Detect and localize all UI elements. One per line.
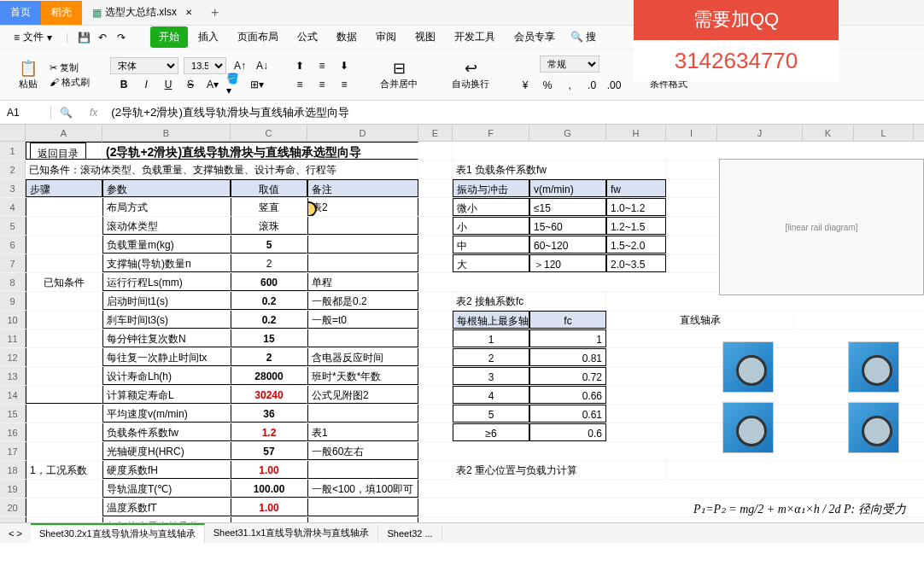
row-header[interactable]: 6 bbox=[0, 236, 26, 254]
hdr-step[interactable]: 步骤 bbox=[26, 179, 102, 197]
note-cell[interactable]: 一般都是0.2 bbox=[307, 292, 418, 310]
align-center-icon[interactable]: ≡ bbox=[313, 76, 330, 93]
t2-cell[interactable]: 3 bbox=[453, 367, 529, 385]
redo-icon[interactable]: ↷ bbox=[113, 29, 130, 46]
row-header[interactable]: 20 bbox=[0, 498, 26, 516]
t1-cell[interactable]: ＞120 bbox=[529, 254, 606, 272]
value-cell[interactable]: 1.00 bbox=[231, 461, 307, 479]
col-header[interactable]: H bbox=[606, 125, 666, 141]
col-header[interactable]: D bbox=[307, 125, 418, 141]
tab-file[interactable]: 选型大总结.xlsx✕ bbox=[82, 1, 202, 25]
known-cond-cell[interactable]: 已知条件：滚动体类型、负载重量、支撑轴数量、设计寿命、行程等 bbox=[26, 160, 418, 178]
row-header[interactable]: 16 bbox=[0, 423, 26, 441]
row-header[interactable]: 7 bbox=[0, 254, 26, 272]
param-cell[interactable]: 启动时间t1(s) bbox=[102, 292, 231, 310]
note-cell[interactable] bbox=[307, 236, 418, 254]
t2-cell[interactable]: 0.61 bbox=[529, 405, 606, 423]
col-header[interactable]: A bbox=[26, 125, 102, 141]
row-header[interactable]: 1 bbox=[0, 142, 26, 160]
tab-add-button[interactable]: + bbox=[202, 5, 227, 20]
value-cell[interactable]: 57 bbox=[231, 442, 307, 460]
t1-cell[interactable]: 中 bbox=[453, 236, 529, 254]
note-cell[interactable]: 一般=t0 bbox=[307, 311, 418, 329]
param-cell[interactable]: 支撑轴(导轨)数量n bbox=[102, 254, 231, 272]
value-cell[interactable]: 100.00 bbox=[231, 480, 307, 498]
note-cell[interactable]: 一般<100，填100即可 bbox=[307, 480, 418, 498]
value-cell[interactable]: 2 bbox=[231, 348, 307, 366]
row-header[interactable]: 2 bbox=[0, 160, 26, 178]
note-cell[interactable]: 表1 bbox=[307, 423, 418, 441]
value-cell[interactable]: 滚珠 bbox=[231, 217, 307, 235]
t2-cell[interactable]: 5 bbox=[453, 405, 529, 423]
t2-cell[interactable]: 0.81 bbox=[529, 348, 606, 366]
row-header[interactable]: 13 bbox=[0, 367, 26, 385]
menu-page[interactable]: 页面布局 bbox=[229, 26, 287, 48]
step-coef-cell[interactable]: 1，工况系数 bbox=[26, 461, 102, 479]
note-cell[interactable]: 公式见附图2 bbox=[307, 386, 418, 404]
font-size-select[interactable]: 13.5 bbox=[184, 57, 226, 74]
t1-cell[interactable]: 微小 bbox=[453, 198, 529, 216]
file-menu[interactable]: ≡ 文件 ▾ bbox=[7, 26, 59, 48]
dec-dec-icon[interactable]: .00 bbox=[605, 77, 623, 94]
param-cell[interactable]: 计算额定寿命L bbox=[102, 386, 231, 404]
note-cell[interactable] bbox=[307, 498, 418, 516]
sheet-tab[interactable]: Sheet31.1x1直线导轨滑块与直线轴承 bbox=[205, 524, 379, 542]
cell-reference[interactable]: A1 bbox=[0, 107, 51, 119]
col-header[interactable]: J bbox=[717, 125, 803, 141]
t1-cell[interactable]: 60~120 bbox=[529, 236, 606, 254]
note-cell[interactable]: 含电器反应时间 bbox=[307, 348, 418, 366]
menu-view[interactable]: 视图 bbox=[406, 26, 444, 48]
search-cell-icon[interactable]: 🔍 bbox=[51, 107, 81, 119]
formula-input[interactable] bbox=[106, 106, 924, 119]
row-header[interactable]: 17 bbox=[0, 442, 26, 460]
t1-hdr-fw[interactable]: fw bbox=[606, 179, 666, 197]
row-header[interactable]: 19 bbox=[0, 480, 26, 498]
hdr-value[interactable]: 取值 bbox=[231, 179, 307, 197]
row-header[interactable]: 11 bbox=[0, 329, 26, 347]
hdr-param[interactable]: 参数 bbox=[102, 179, 231, 197]
value-cell[interactable]: 竖直 bbox=[231, 198, 307, 216]
menu-insert[interactable]: 插入 bbox=[190, 26, 227, 48]
value-cell[interactable]: 1.00 bbox=[231, 498, 307, 516]
value-cell[interactable]: 600 bbox=[231, 273, 307, 291]
paste-button[interactable]: 📋粘贴 bbox=[12, 55, 44, 94]
param-cell[interactable]: 导轨温度T(℃) bbox=[102, 480, 231, 498]
tab-home[interactable]: 首页 bbox=[0, 1, 41, 25]
value-cell[interactable]: 0.2 bbox=[231, 311, 307, 329]
format-painter-button[interactable]: 🖌 格式刷 bbox=[50, 76, 90, 89]
sheet-nav[interactable]: < > bbox=[0, 528, 31, 539]
note-cell[interactable]: 一般60左右 bbox=[307, 442, 418, 460]
comma-icon[interactable]: , bbox=[561, 77, 578, 94]
copy-button[interactable]: ✂ 复制 bbox=[50, 61, 90, 74]
strike-button[interactable]: S bbox=[182, 76, 199, 93]
note-cell[interactable] bbox=[307, 405, 418, 423]
percent-icon[interactable]: % bbox=[539, 77, 556, 94]
param-cell[interactable]: 每分钟往复次数N bbox=[102, 329, 231, 347]
t1-cell[interactable]: 1.5~2.0 bbox=[606, 236, 666, 254]
t1-hdr-v[interactable]: v(m/min) bbox=[529, 179, 606, 197]
currency-icon[interactable]: ¥ bbox=[517, 77, 534, 94]
param-cell[interactable]: 负载重量m(kg) bbox=[102, 236, 231, 254]
col-header[interactable]: E bbox=[418, 125, 453, 141]
font-shrink-icon[interactable]: A↓ bbox=[254, 57, 271, 74]
t1-cell[interactable]: 2.0~3.5 bbox=[606, 254, 666, 272]
t2-cell[interactable]: ≥6 bbox=[453, 423, 529, 441]
bold-button[interactable]: B bbox=[115, 76, 132, 93]
t2-title[interactable]: 表2 接触系数fc bbox=[453, 292, 606, 310]
menu-review[interactable]: 审阅 bbox=[367, 26, 405, 48]
save-icon[interactable]: 💾 bbox=[75, 29, 92, 46]
param-cell[interactable]: 设计寿命Lh(h) bbox=[102, 367, 231, 385]
t2-cell[interactable]: 0.6 bbox=[529, 423, 606, 441]
italic-button[interactable]: I bbox=[137, 76, 155, 93]
fx-icon[interactable]: fx bbox=[81, 107, 106, 119]
param-cell[interactable]: 负载条件系数fw bbox=[102, 423, 231, 441]
dec-inc-icon[interactable]: .0 bbox=[583, 77, 600, 94]
t2b-title[interactable]: 表2 重心位置与负载力计算 bbox=[453, 461, 666, 479]
row-header[interactable]: 4 bbox=[0, 198, 26, 216]
menu-dev[interactable]: 开发工具 bbox=[446, 26, 504, 48]
hdr-note[interactable]: 备注 bbox=[307, 179, 418, 197]
param-cell[interactable]: 硬度系数fH bbox=[102, 461, 231, 479]
row-header[interactable]: 18 bbox=[0, 461, 26, 479]
col-header[interactable]: L bbox=[854, 125, 914, 141]
t1-cell[interactable]: ≤15 bbox=[529, 198, 606, 216]
